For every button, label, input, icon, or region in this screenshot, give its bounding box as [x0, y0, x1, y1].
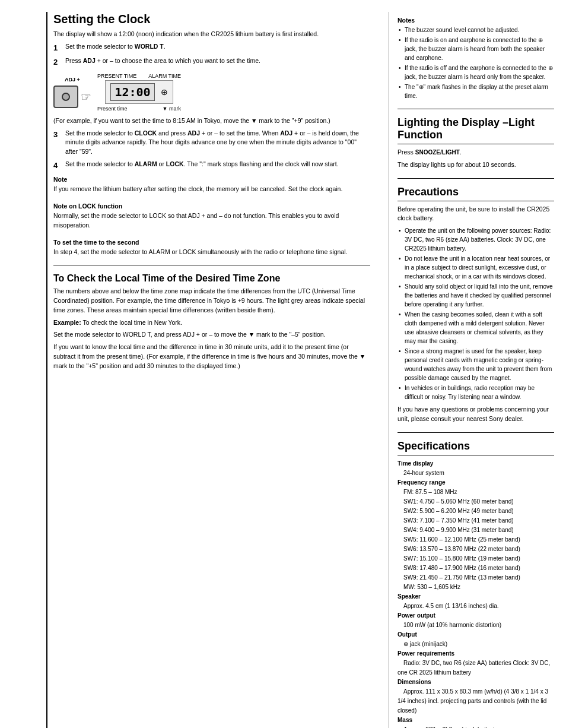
specs-table: Time display 24-hour system Frequency ra… [398, 459, 554, 729]
note-title: Note [53, 176, 370, 183]
spec-mass-label: Mass [398, 717, 412, 723]
precautions-footer: If you have any questions or problems co… [398, 405, 554, 424]
check-local-note: If you want to know the local time and t… [53, 343, 370, 371]
alarm-time-label: ALARM TIME [148, 73, 181, 79]
spec-freq-mw: MW: 530 – 1,605 kHz [398, 584, 460, 590]
spec-dimensions-label: Dimensions [398, 679, 431, 685]
spec-freq-sw3: SW3: 7.100 – 7.350 MHz (41 meter band) [398, 517, 514, 524]
precautions-intro: Before operating the unit, be sure to in… [398, 205, 554, 224]
precautions-title: Precautions [398, 186, 554, 201]
divider-2 [398, 109, 554, 109]
notes-list: The buzzer sound level cannot be adjuste… [398, 26, 554, 100]
check-local-time-intro: The numbers above and below the time zon… [53, 287, 370, 315]
spec-dimensions: Dimensions Approx. 111 x 30.5 x 80.3 mm … [398, 678, 554, 716]
hand-icon: ☞ [81, 90, 91, 104]
specifications-title: Specifications [398, 440, 554, 455]
spec-power-output-value: 100 mW (at 10% harmonic distortion) [398, 622, 501, 628]
lighting-title: Lighting the Display –Light Function [398, 116, 554, 144]
step-4: 4 Set the mode selector to ALARM or LOCK… [53, 160, 370, 172]
set-second-block: To set the time to the second In step 4,… [53, 239, 370, 257]
setting-clock-title: Setting the Clock [53, 12, 370, 26]
note-item-4: The "⊕" mark flashes in the display at t… [398, 83, 554, 100]
note-item-2: If the radio is on and earphone is conne… [398, 36, 554, 62]
example-note: (For example, if you want to set the tim… [53, 116, 370, 126]
divider-4 [398, 432, 554, 433]
notes-section: Notes The buzzer sound level cannot be a… [398, 17, 554, 100]
divider-3 [398, 178, 554, 179]
spec-freq-sw1: SW1: 4.750 – 5.060 MHz (60 meter band) [398, 498, 514, 505]
clock-diagram: ADJ + ☞ PRESENT TIME ALAR [53, 73, 370, 112]
specifications-section: Specifications Time display 24-hour syst… [398, 440, 554, 729]
note-text: If you remove the lithium battery after … [53, 185, 370, 194]
lighting-text: Press SNOOZE/LIGHT. [398, 148, 554, 157]
precaution-3: Should any solid object or liquid fall i… [398, 282, 554, 309]
spec-freq-label: Frequency range [398, 479, 446, 486]
precaution-5: Since a strong magnet is used for the sp… [398, 347, 554, 382]
clock-time: 12:00 [110, 83, 154, 101]
note-item-3: If the radio is off and the earphone is … [398, 64, 554, 81]
step-1: 1 Set the mode selector to WORLD T. [53, 42, 370, 54]
note-item-1: The buzzer sound level cannot be adjuste… [398, 26, 554, 34]
note-block: Note If you remove the lithium battery a… [53, 176, 370, 194]
spec-speaker: Speaker Approx. 4.5 cm (1 13/16 inches) … [398, 592, 554, 611]
device-body [53, 86, 78, 108]
step-2-num: 2 [53, 56, 62, 68]
spec-freq: Frequency range FM: 87.5 – 108 MHz SW1: … [398, 478, 554, 592]
precautions-section: Precautions Before operating the unit, b… [398, 186, 554, 424]
step-1-num: 1 [53, 42, 62, 54]
device-knob [62, 93, 70, 101]
spec-freq-sw8: SW8: 17.480 – 17.900 MHz (16 meter band) [398, 565, 520, 571]
spec-freq-sw5: SW5: 11.600 – 12.100 MHz (25 meter band) [398, 536, 520, 543]
lighting-section: Lighting the Display –Light Function Pre… [398, 116, 554, 170]
device-sketch: ADJ + ☞ [53, 77, 91, 108]
snooze-light-label: SNOOZE/LIGHT [415, 149, 460, 156]
precaution-6: In vehicles or in buildings, radio recep… [398, 384, 554, 401]
spec-freq-sw4: SW4: 9.400 – 9.900 MHz (31 meter band) [398, 527, 514, 533]
set-second-text: In step 4, set the mode selector to ALAR… [53, 248, 370, 257]
precaution-2: Do not leave the unit in a location near… [398, 254, 554, 281]
spec-freq-sw6: SW6: 13.570 – 13.870 MHz (22 meter band) [398, 546, 520, 552]
steps-3-4: 3 Set the mode selector to CLOCK and pre… [53, 129, 370, 172]
step-3-num: 3 [53, 129, 62, 157]
check-local-example-title: Example: To check the local time in New … [53, 318, 370, 328]
spec-freq-fm: FM: 87.5 – 108 MHz [398, 489, 457, 495]
step-2: 2 Press ADJ + or – to choose the area to… [53, 56, 370, 68]
clock-display-area: PRESENT TIME ALARM TIME 12:00 ⊕ Present … [97, 73, 181, 112]
check-local-time-title: To Check the Local Time of the Desired T… [53, 273, 370, 284]
display-bottom: Present time ▼ mark [97, 106, 181, 112]
adj-label: ADJ + [65, 77, 80, 83]
precaution-4: When the casing becomes soiled, clean it… [398, 310, 554, 346]
check-local-time-section: To Check the Local Time of the Desired T… [53, 273, 370, 371]
step-3-content: Set the mode selector to CLOCK and press… [65, 129, 370, 157]
clock-screen: 12:00 ⊕ [105, 80, 173, 104]
spec-speaker-label: Speaker [398, 593, 421, 600]
spec-power-req: Power requirements Radio: 3V DC, two R6 … [398, 649, 554, 678]
spec-time-value: 24-hour system [398, 470, 444, 476]
spec-speaker-value: Approx. 4.5 cm (1 13/16 inches) dia. [398, 603, 499, 609]
step-2-content: Press ADJ + or – to choose the area to w… [65, 56, 370, 68]
setting-clock-intro: The display will show a 12:00 (noon) ind… [53, 30, 370, 39]
step-3: 3 Set the mode selector to CLOCK and pre… [53, 129, 370, 157]
check-local-example-steps: Set the mode selector to WORLD T, and pr… [53, 330, 370, 340]
spec-power-req-label: Power requirements [398, 650, 454, 657]
present-time-label: PRESENT TIME [97, 73, 136, 79]
note-lock-title: Note on LOCK function [53, 202, 370, 210]
right-column: Notes The buzzer sound level cannot be a… [388, 12, 554, 728]
spec-dimensions-value: Approx. 111 x 30.5 x 80.3 mm (w/h/d) (4 … [398, 688, 548, 714]
step-4-content: Set the mode selector to ALARM or LOCK. … [65, 160, 370, 172]
setting-clock-section: Setting the Clock The display will show … [53, 12, 370, 257]
present-time-caption: Present time [97, 106, 128, 112]
spec-mass-value: Approx. 233 g (8.2 oz.) incl. batteries [398, 726, 500, 729]
setting-clock-steps: 1 Set the mode selector to WORLD T. 2 Pr… [53, 42, 370, 68]
spec-time-label: Time display [398, 460, 433, 467]
display-labels: PRESENT TIME ALARM TIME [97, 73, 181, 79]
note-lock-text: Normally, set the mode selector to LOCK … [53, 211, 370, 230]
note-lock-block: Note on LOCK function Normally, set the … [53, 202, 370, 230]
spec-time-display: Time display 24-hour system [398, 459, 554, 478]
set-second-title: To set the time to the second [53, 239, 370, 246]
notes-title: Notes [398, 17, 554, 24]
spec-output-label: Output [398, 631, 417, 638]
spec-output-value: ⊕ jack (minijack) [398, 641, 447, 647]
spec-freq-sw9: SW9: 21.450 – 21.750 MHz (13 meter band) [398, 574, 520, 581]
step-1-content: Set the mode selector to WORLD T. [65, 42, 370, 54]
